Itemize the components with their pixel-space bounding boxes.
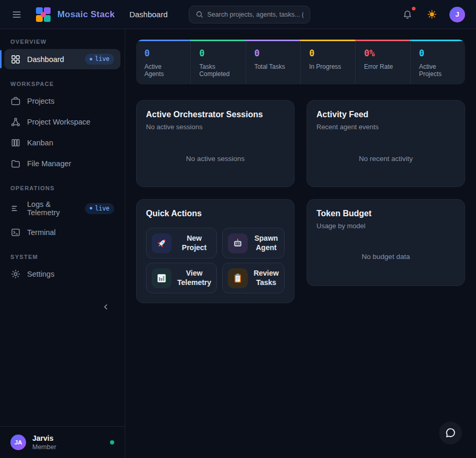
gear-icon: [10, 269, 21, 279]
stat-tasks-completed: 0 Tasks Completed: [190, 40, 245, 84]
sidebar-section-workspace: Workspace Projects Project Workspace Kan…: [0, 78, 125, 175]
robot-icon: [228, 233, 248, 253]
chevron-left-icon: [102, 303, 110, 311]
breadcrumb[interactable]: Dashboard: [129, 10, 167, 19]
quick-actions-grid: New Project: [146, 228, 285, 293]
brand[interactable]: Mosaic Stack: [34, 6, 115, 23]
search-bar[interactable]: [189, 6, 310, 23]
theme-toggle-button[interactable]: [425, 7, 439, 21]
activity-empty-state: No recent activity: [316, 131, 455, 177]
stats-row: 0 Active Agents 0 Tasks Completed 0 Tota…: [136, 40, 465, 84]
clipboard-icon: [228, 268, 248, 288]
menu-icon: [11, 9, 22, 20]
main-content: 0 Active Agents 0 Tasks Completed 0 Tota…: [125, 29, 476, 458]
sidebar-user-card[interactable]: JA Jarvis Member: [0, 426, 125, 458]
user-avatar-initials: JA: [10, 435, 26, 450]
action-label: Spawn Agent: [253, 234, 279, 252]
sidebar: Overview Dashboard live Workspace Projec…: [0, 29, 125, 458]
view-telemetry-button[interactable]: View Telemetry: [146, 263, 217, 293]
sidebar-section-operations: Operations Logs & Telemetry live Termina…: [0, 182, 125, 243]
live-dot-icon: [90, 58, 92, 60]
sidebar-collapse-row: [0, 285, 125, 313]
stat-value: 0%: [364, 48, 401, 58]
chat-bubble-icon: [445, 427, 456, 439]
sessions-empty-state: No active sessions: [146, 131, 285, 177]
grid-icon: [10, 54, 21, 65]
card-title: Activity Feed: [316, 110, 455, 119]
activity-feed-card: Activity Feed Recent agent events No rec…: [307, 100, 465, 187]
sidebar-item-label: Kanban: [27, 139, 53, 147]
user-role: Member: [32, 443, 56, 451]
stat-label: Total Tasks: [254, 63, 292, 70]
sidebar-item-label: Dashboard: [27, 55, 64, 64]
card-subtitle: No active sessions: [146, 123, 285, 131]
stat-in-progress: 0 In Progress: [300, 40, 355, 84]
budget-empty-state: No budget data: [316, 230, 455, 276]
menu-button[interactable]: [9, 7, 24, 22]
user-avatar[interactable]: J: [449, 7, 465, 22]
card-title: Token Budget: [316, 209, 455, 218]
chat-button[interactable]: [439, 422, 462, 444]
brand-name: Mosaic Stack: [57, 9, 115, 20]
stat-value: 0: [254, 48, 292, 58]
live-dot-icon: [90, 207, 92, 209]
sidebar-item-label: Terminal: [27, 228, 56, 237]
action-label: Review Tasks: [253, 269, 279, 287]
user-name: Jarvis: [32, 434, 56, 442]
logs-icon: [10, 203, 21, 214]
stat-value: 0: [419, 48, 457, 58]
section-label: Operations: [0, 182, 125, 194]
search-input[interactable]: [208, 11, 303, 18]
sidebar-section-overview: Overview Dashboard live: [0, 35, 125, 70]
stat-active-projects: 0 Active Projects: [410, 40, 465, 84]
folder-icon: [10, 158, 21, 169]
terminal-icon: [10, 227, 21, 238]
sidebar-item-logs-telemetry[interactable]: Logs & Telemetry live: [4, 195, 120, 221]
sidebar-item-file-manager[interactable]: File Manager: [4, 154, 120, 174]
network-icon: [10, 117, 21, 127]
token-budget-card: Token Budget Usage by model No budget da…: [307, 199, 465, 286]
section-label: Workspace: [0, 78, 125, 90]
live-badge: live: [85, 203, 114, 214]
collapse-sidebar-button[interactable]: [100, 301, 112, 313]
live-badge: live: [85, 54, 114, 65]
header-actions: J: [400, 7, 465, 22]
notifications-button[interactable]: [400, 7, 414, 21]
notification-dot: [412, 7, 416, 10]
sidebar-item-terminal[interactable]: Terminal: [4, 222, 120, 242]
top-bar: Mosaic Stack Dashboard J: [0, 0, 476, 29]
stat-error-rate: 0% Error Rate: [355, 40, 410, 84]
review-tasks-button[interactable]: Review Tasks: [222, 263, 285, 293]
sidebar-item-label: Settings: [27, 270, 54, 278]
kanban-icon: [10, 138, 21, 148]
sidebar-item-project-workspace[interactable]: Project Workspace: [4, 112, 120, 132]
card-subtitle: Usage by model: [316, 222, 455, 230]
sidebar-item-label: Project Workspace: [27, 118, 90, 126]
card-title: Quick Actions: [146, 209, 285, 218]
online-status-dot: [110, 440, 114, 444]
stat-value: 0: [144, 48, 182, 58]
stat-label: Active Projects: [419, 63, 457, 78]
card-subtitle: Recent agent events: [316, 123, 455, 131]
new-project-button[interactable]: New Project: [146, 228, 217, 258]
sidebar-item-label: Logs & Telemetry: [27, 200, 79, 217]
mosaic-logo-icon: [34, 6, 52, 23]
stat-label: Error Rate: [364, 63, 401, 70]
sidebar-item-kanban[interactable]: Kanban: [4, 133, 120, 153]
stat-label: Active Agents: [144, 63, 182, 78]
action-label: New Project: [177, 234, 211, 252]
quick-actions-card: Quick Actions: [136, 199, 295, 303]
sidebar-item-label: Projects: [27, 97, 54, 105]
stat-label: In Progress: [309, 63, 347, 70]
sidebar-item-settings[interactable]: Settings: [4, 264, 120, 284]
briefcase-icon: [10, 96, 21, 106]
section-label: System: [0, 251, 125, 263]
sun-icon: [427, 9, 437, 19]
stat-value: 0: [199, 48, 237, 58]
rocket-icon: [152, 233, 172, 253]
stat-total-tasks: 0 Total Tasks: [246, 40, 300, 84]
sidebar-item-label: File Manager: [27, 159, 71, 168]
sidebar-item-dashboard[interactable]: Dashboard live: [4, 49, 120, 69]
spawn-agent-button[interactable]: Spawn Agent: [222, 228, 285, 258]
sidebar-item-projects[interactable]: Projects: [4, 91, 120, 111]
